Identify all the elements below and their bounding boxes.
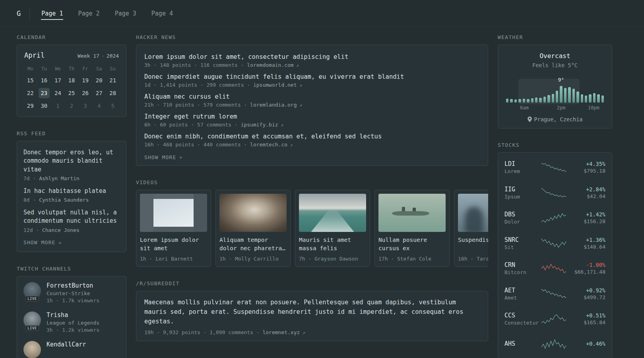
calendar-grid: MoTuWeThFrSaSu15161718192021222324252627…	[23, 64, 120, 112]
twitch-channel[interactable]: KendallCarr	[23, 341, 120, 358]
nav-tab-page-2[interactable]: Page 2	[78, 7, 100, 20]
live-badge: LIVE	[25, 325, 39, 331]
nav-tab-page-4[interactable]: Page 4	[151, 7, 173, 20]
calendar-day: 17	[51, 74, 65, 86]
rss-item-author: Cynthia Saunders	[39, 197, 89, 203]
subreddit-post-domain[interactable]: loremnet.xyz	[262, 329, 300, 335]
twitch-channel-list: LIVEForrestBurtonCounter-Strike1h · 1.7k…	[23, 282, 120, 358]
calendar-day: 4	[92, 100, 106, 112]
video-card[interactable]: Mauris sit amet massa felis7h · Grayson …	[295, 190, 370, 267]
sparkline-chart	[541, 162, 566, 173]
show-more-label: SHOW MORE	[144, 154, 176, 160]
news-item-domain[interactable]: ipsumworld.net	[253, 82, 297, 88]
stock-change: +0.51%	[568, 312, 605, 319]
calendar-day: 20	[92, 74, 106, 86]
weather-bar	[556, 91, 558, 103]
stock-ticker: CCS	[504, 312, 539, 319]
news-item[interactable]: Aliquam nec cursus elit21h · 710 points …	[144, 93, 480, 108]
dashboard: CALENDAR April Week 17·2024 MoTuWeThFrSa…	[0, 27, 644, 358]
day-number: 25	[68, 90, 75, 96]
day-number: 4	[97, 103, 101, 109]
stock-row[interactable]: SNRCSit+1.36%$148.64	[504, 231, 605, 256]
rss-show-more-button[interactable]: SHOW MORE ⌄	[23, 239, 120, 246]
video-card[interactable]: Aliquam tempor dolor nec pharetra…1h · M…	[215, 190, 291, 267]
stock-row[interactable]: AHS+0.46%	[504, 332, 605, 357]
calendar-day: 5	[106, 100, 120, 112]
app-logo[interactable]: G	[17, 10, 21, 18]
subreddit-post-text: Maecenas mollis pulvinar erat non posuer…	[144, 298, 480, 326]
news-item[interactable]: Donec enim nibh, condimentum et accumsan…	[144, 133, 480, 148]
rss-card: Donec tempor eros leo, ut commodo mauris…	[17, 141, 126, 252]
location-pin-icon	[528, 117, 532, 122]
news-item-domain[interactable]: loremlandia.org	[250, 102, 297, 108]
stock-change: -1.00%	[568, 262, 605, 268]
nav-divider	[29, 7, 30, 20]
stock-row[interactable]: CCSConsectetur+0.51%$165.84	[504, 306, 605, 332]
stock-values: +1.42%$156.28	[568, 211, 605, 224]
rss-widget: RSS FEED Donec tempor eros leo, ut commo…	[17, 130, 126, 252]
twitch-channel[interactable]: LIVETrishaLeague of Legends3h · 1.2k vie…	[23, 311, 120, 333]
hn-show-more-button[interactable]: SHOW MORE ⌄	[144, 154, 480, 161]
twitch-channel-name: ForrestBurton	[47, 282, 99, 289]
subreddit-post[interactable]: Maecenas mollis pulvinar erat non posuer…	[144, 298, 480, 335]
day-number: 18	[68, 77, 75, 84]
stock-values: -1.00%$66,171.48	[568, 262, 605, 275]
live-badge: LIVE	[25, 296, 39, 302]
twitch-channel-info: TrishaLeague of Legends3h · 1.2k viewers	[47, 311, 99, 333]
stock-row[interactable]: CRNBitcorn-1.00%$66,171.48	[504, 256, 605, 281]
rss-item-title: Donec tempor eros leo, ut commodo mauris…	[23, 148, 120, 174]
calendar-weekday: Su	[106, 64, 120, 74]
video-thumbnail	[140, 194, 207, 232]
video-card[interactable]: Lorem ipsum dolor sit amet consectetu…1h…	[136, 190, 211, 267]
weather-bar	[581, 94, 583, 103]
weather-section-title: WEATHER	[498, 34, 612, 40]
stock-name: Bitcorn	[504, 269, 539, 275]
external-link-icon: ↗	[287, 142, 293, 148]
stock-values: +4.35%$795.18	[568, 161, 605, 174]
calendar-day: 3	[78, 100, 92, 112]
stock-info: CRNBitcorn	[504, 261, 539, 275]
external-link-icon: ↗	[294, 63, 299, 68]
day-number: 15	[27, 77, 34, 84]
rss-item[interactable]: Sed volutpat nulla nisl, a condimentum n…	[23, 208, 120, 233]
calendar-day: 27	[92, 87, 106, 99]
stock-row[interactable]: AETAmet+0.92%$499.72	[504, 281, 605, 307]
rss-item[interactable]: Donec tempor eros leo, ut commodo mauris…	[23, 148, 120, 181]
stock-row[interactable]: IIGIpsum+2.84%$42.04	[504, 180, 605, 206]
stock-row[interactable]: LDILorem+4.35%$795.18	[504, 155, 605, 180]
news-item[interactable]: Lorem ipsum dolor sit amet, consectetur …	[144, 53, 480, 68]
news-item-domain[interactable]: loremtech.co	[250, 142, 287, 148]
subreddit-post-list: Maecenas mollis pulvinar erat non posuer…	[144, 298, 480, 335]
news-item-meta: 1d · 1,414 points · 299 comments · ipsum…	[144, 82, 480, 88]
rss-item[interactable]: In hac habitasse platea8d · Cynthia Saun…	[23, 187, 120, 203]
stock-change: +1.36%	[568, 237, 605, 243]
weather-peak-temp: 9°	[558, 77, 564, 83]
sparkline-chart	[541, 339, 566, 349]
stock-row[interactable]: DBSDolor+1.42%$156.28	[504, 205, 605, 231]
day-number: 22	[27, 90, 34, 96]
news-item[interactable]: Donec imperdiet augue tincidunt felis al…	[144, 73, 480, 88]
day-number: 28	[109, 90, 116, 96]
weather-bar	[576, 91, 579, 103]
stock-info: IIGIpsum	[504, 186, 539, 200]
video-card[interactable]: Nullam posuere cursus ex17h · Stefan Col…	[374, 190, 450, 267]
rss-list: Donec tempor eros leo, ut commodo mauris…	[23, 148, 120, 233]
video-thumbnail	[458, 194, 488, 232]
news-item-domain[interactable]: loremdomain.com	[247, 62, 293, 68]
stock-sparkline	[539, 263, 568, 274]
calendar-header: April Week 17·2024	[23, 51, 120, 59]
stock-sparkline	[539, 339, 568, 349]
weather-bar	[543, 97, 546, 103]
video-card[interactable]: Suspendisse diam18h · Tara	[454, 190, 488, 267]
news-item[interactable]: Integer eget rutrum lorem6h · 60 points …	[144, 113, 480, 128]
rss-item-meta: 8d · Cynthia Saunders	[23, 197, 120, 203]
stock-sparkline	[539, 238, 568, 248]
news-item-domain[interactable]: ipsumify.biz	[241, 122, 278, 128]
twitch-channel-game: League of Legends	[47, 320, 99, 326]
sparkline-chart	[541, 288, 566, 299]
nav-tab-page-1[interactable]: Page 1	[41, 7, 63, 20]
weather-location: Prague, Czechia	[504, 116, 606, 123]
twitch-channel[interactable]: LIVEForrestBurtonCounter-Strike1h · 1.7k…	[23, 282, 120, 304]
weather-bar	[585, 95, 587, 103]
nav-tab-page-3[interactable]: Page 3	[114, 7, 137, 20]
